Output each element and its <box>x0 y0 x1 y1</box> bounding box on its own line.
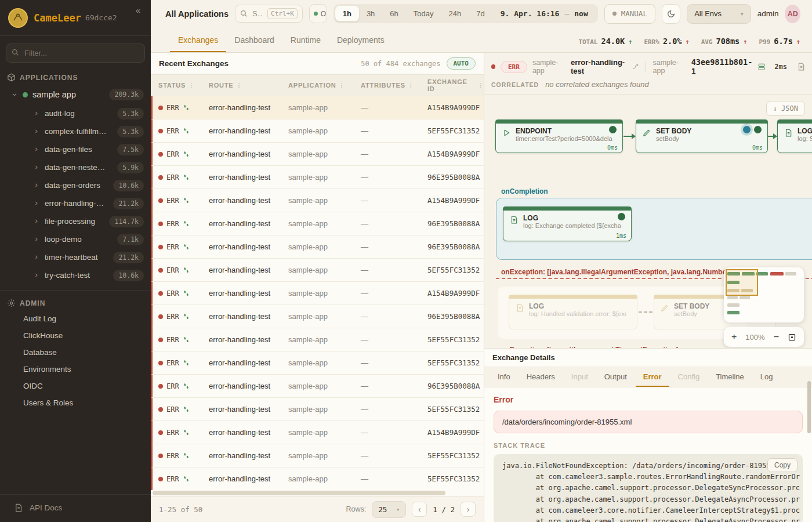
zoom-out-button[interactable]: − <box>774 332 779 342</box>
admin-menu-item[interactable]: Audit Log <box>0 310 151 327</box>
minimap-viewport[interactable] <box>726 269 758 296</box>
date-range-display[interactable]: 9. Apr. 16:16 — now <box>492 9 596 18</box>
time-range-button[interactable]: 6h <box>382 6 405 21</box>
status-badge[interactable]: ERR <box>501 61 527 73</box>
column-header[interactable]: APPLICATION ⋮ <box>288 82 361 89</box>
nav-tab[interactable]: Dashboard <box>226 30 282 52</box>
table-row[interactable]: ERR error-handling-test sample-app — A15… <box>151 96 484 119</box>
flow-node-log[interactable]: LOG log: Sta <box>777 119 812 153</box>
details-tab[interactable]: Error <box>636 367 669 387</box>
copy-icon[interactable] <box>757 63 766 71</box>
status-cell: ERR <box>158 220 209 228</box>
sidebar-route-item[interactable]: audit-log 5.3k <box>0 104 151 122</box>
flow-node-completion-log[interactable]: LOG log: Exchange completed [${exchan 1m… <box>503 206 632 241</box>
live-status-button[interactable]: O <box>309 4 327 23</box>
global-search[interactable]: Ctrl+K <box>235 5 303 23</box>
sidebar-route-item[interactable]: try-catch-test 10.6k <box>0 266 151 284</box>
details-tab[interactable]: Headers <box>519 367 563 387</box>
search-input[interactable] <box>251 9 264 19</box>
column-header[interactable]: STATUS ⋮ <box>158 82 209 89</box>
copy-button[interactable]: Copy <box>767 458 798 472</box>
footprints-icon <box>183 452 190 459</box>
sidebar-route-item[interactable]: file-processing 114.7k <box>0 212 151 230</box>
zoom-in-button[interactable]: + <box>731 332 737 342</box>
download-json-button[interactable]: ↓ JSON <box>766 101 805 116</box>
flow-node-endpoint[interactable]: ENDPOINT timer:errorTest?period=5000&del… <box>495 119 623 153</box>
admin-menu-item[interactable]: OIDC <box>0 378 151 394</box>
details-tab[interactable]: Log <box>753 367 781 387</box>
sidebar-route-item[interactable]: complex-fulfillm… 5.3k <box>0 122 151 140</box>
sidebar-collapse-button[interactable]: « <box>132 5 144 16</box>
time-range-button[interactable]: Today <box>406 6 441 21</box>
details-tab[interactable]: Input <box>564 367 596 387</box>
admin-menu-item[interactable]: ClickHouse <box>0 327 151 344</box>
table-row[interactable]: ERR error-handling-test sample-app — 5EF… <box>151 328 484 351</box>
auto-refresh-badge[interactable]: AUTO <box>447 57 476 70</box>
table-row[interactable]: ERR error-handling-test sample-app — 96E… <box>151 235 484 259</box>
stat-label: P99 <box>759 38 770 46</box>
environment-select[interactable]: All Envs ▾ <box>687 4 751 24</box>
sidebar-item-sample-app[interactable]: sample app 209.3k <box>0 85 151 104</box>
table-row[interactable]: ERR error-handling-test sample-app — 96E… <box>151 375 484 398</box>
table-row[interactable]: ERR error-handling-test sample-app — 96E… <box>151 305 484 328</box>
details-tab[interactable]: Info <box>490 367 518 387</box>
user-avatar[interactable]: AD <box>785 5 800 23</box>
table-row[interactable]: ERR error-handling-test sample-app — A15… <box>151 189 484 212</box>
document-icon[interactable] <box>797 63 805 71</box>
nav-tab[interactable]: Runtime <box>282 30 329 52</box>
details-title: Exchange Details <box>484 349 812 367</box>
manual-refresh-button[interactable]: MANUAL <box>604 4 655 24</box>
details-tab[interactable]: Config <box>670 367 708 387</box>
horizontal-scrollbar-thumb[interactable] <box>153 491 445 495</box>
table-row[interactable]: ERR error-handling-test sample-app — 5EF… <box>151 398 484 421</box>
table-row[interactable]: ERR error-handling-test sample-app — 5EF… <box>151 259 484 282</box>
table-row[interactable]: ERR error-handling-test sample-app — A15… <box>151 143 484 166</box>
table-row[interactable]: ERR error-handling-test sample-app — 5EF… <box>151 351 484 375</box>
admin-menu-item[interactable]: Database <box>0 344 151 361</box>
prev-page-button[interactable]: ‹ <box>412 502 427 517</box>
table-row[interactable]: ERR error-handling-test sample-app — A15… <box>151 421 484 444</box>
sidebar-route-item[interactable]: timer-heartbeat 21.2k <box>0 248 151 266</box>
table-row[interactable]: ERR error-handling-test sample-app — A15… <box>151 282 484 305</box>
time-range-button[interactable]: 1h <box>335 6 359 21</box>
table-row[interactable]: ERR error-handling-test sample-app — 5EF… <box>151 444 484 467</box>
exchanges-count: 50 of 484 exchanges <box>361 60 440 68</box>
node-status-bar <box>503 206 632 211</box>
time-range-button[interactable]: 7d <box>469 6 492 21</box>
nav-tab[interactable]: Exchanges <box>170 30 226 52</box>
sidebar-route-item[interactable]: data-gen-orders 10.6k <box>0 176 151 194</box>
time-range-button[interactable]: 24h <box>441 6 469 21</box>
details-tab[interactable]: Timeline <box>708 367 752 387</box>
sidebar-route-item[interactable]: data-gen-files 7.5k <box>0 140 151 158</box>
table-row[interactable]: ERR error-handling-test sample-app — 96E… <box>151 166 484 189</box>
flow-node-set-body[interactable]: SET BODY setBody 0ms <box>636 119 768 153</box>
column-header[interactable]: ATTRIBUTES ⋮ <box>361 82 427 89</box>
sidebar-route-item[interactable]: loop-demo 7.1k <box>0 230 151 248</box>
flow-node-exception-log[interactable]: LOG log: Handled validation error: ${exc… <box>509 295 637 329</box>
filter-input[interactable] <box>6 44 145 63</box>
column-header[interactable]: ROUTE ⋮ <box>209 82 288 89</box>
sidebar-route-item[interactable]: data-gen-neste… 5.9k <box>0 158 151 176</box>
table-row[interactable]: ERR error-handling-test sample-app — 5EF… <box>151 119 484 143</box>
sidebar-route-item[interactable]: error-handling-… 21.2k <box>0 194 151 212</box>
fit-view-button[interactable] <box>788 333 796 342</box>
minimap[interactable] <box>724 267 804 322</box>
table-row[interactable]: ERR error-handling-test sample-app — 96E… <box>151 212 484 235</box>
api-docs-link[interactable]: API Docs <box>0 494 151 522</box>
attributes-cell: — <box>361 335 427 344</box>
admin-menu-item[interactable]: Environments <box>0 361 151 378</box>
dark-mode-toggle[interactable] <box>662 4 680 24</box>
dashed-flow-edge <box>639 311 652 313</box>
column-header[interactable]: EXCHANGE ID ⋮ <box>427 78 484 92</box>
vertical-scrollbar-thumb[interactable] <box>807 381 811 433</box>
table-row[interactable]: ERR error-handling-test sample-app — 5EF… <box>151 467 484 490</box>
node-title: SET BODY <box>674 302 709 310</box>
details-tab[interactable]: Output <box>597 367 635 387</box>
detail-route-label[interactable]: error-handling-test <box>571 58 639 75</box>
rows-per-page-select[interactable]: 25 ▾ <box>372 501 406 518</box>
route-flow-canvas[interactable]: ↓ JSON ENDPOINT timer:errorTest?period=5… <box>484 95 812 348</box>
nav-tab[interactable]: Deployments <box>329 30 393 52</box>
next-page-button[interactable]: › <box>461 502 476 517</box>
admin-menu-item[interactable]: Users & Roles <box>0 394 151 411</box>
time-range-button[interactable]: 3h <box>359 6 382 21</box>
